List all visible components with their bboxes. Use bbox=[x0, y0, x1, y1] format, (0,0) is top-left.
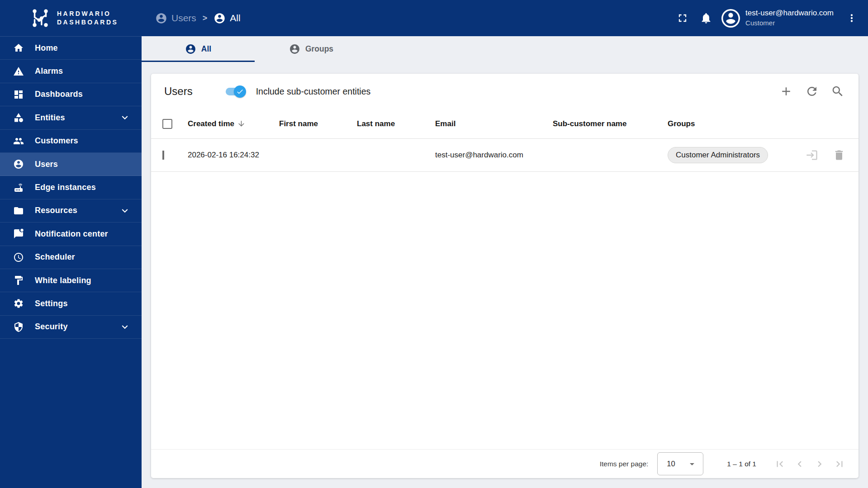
page-size-value: 10 bbox=[667, 460, 675, 468]
chevron-down-icon bbox=[119, 205, 131, 217]
sidebar-item-notification-center[interactable]: Notification center bbox=[0, 223, 142, 246]
items-per-page-label: Items per page: bbox=[600, 460, 649, 468]
account-icon bbox=[213, 12, 226, 24]
dropdown-arrow-icon bbox=[687, 459, 697, 469]
breadcrumb: Users > All bbox=[155, 12, 241, 24]
account-icon bbox=[289, 43, 300, 55]
group-chip[interactable]: Customer Administrators bbox=[668, 147, 768, 163]
chevron-down-icon bbox=[119, 321, 131, 333]
login-as-user-button[interactable] bbox=[802, 146, 821, 165]
last-page-icon bbox=[834, 458, 845, 470]
shapes-icon bbox=[13, 112, 24, 123]
sidebar-item-resources[interactable]: Resources bbox=[0, 199, 142, 223]
sidebar-item-users[interactable]: Users bbox=[0, 153, 142, 176]
previous-page-button[interactable] bbox=[790, 454, 810, 474]
plus-icon bbox=[779, 85, 793, 98]
avatar[interactable] bbox=[721, 9, 740, 28]
chevron-right-icon bbox=[814, 458, 825, 470]
table-empty-space bbox=[151, 172, 859, 449]
page-title: Users bbox=[164, 85, 193, 98]
notifications-button[interactable] bbox=[694, 6, 718, 30]
paginator: Items per page: 10 1 – 1 of 1 bbox=[151, 449, 859, 478]
shield-icon bbox=[13, 322, 24, 332]
people-icon bbox=[13, 136, 24, 147]
login-icon bbox=[806, 149, 818, 161]
clock-icon bbox=[13, 252, 24, 263]
refresh-button[interactable] bbox=[799, 81, 825, 102]
cell-groups: Customer Administrators bbox=[668, 147, 791, 163]
refresh-icon bbox=[805, 85, 819, 98]
column-header-created-time[interactable]: Created time bbox=[188, 119, 279, 128]
sidebar-item-customers[interactable]: Customers bbox=[0, 130, 142, 153]
account-icon bbox=[185, 43, 196, 55]
sidebar-item-edge-instances[interactable]: Edge instances bbox=[0, 176, 142, 199]
tab-groups[interactable]: Groups bbox=[255, 36, 368, 62]
sidebar-item-white-labeling[interactable]: White labeling bbox=[0, 269, 142, 292]
row-checkbox[interactable] bbox=[162, 151, 164, 160]
column-header-last-name[interactable]: Last name bbox=[357, 119, 435, 128]
table-header-row: Created time First name Last name Email … bbox=[151, 109, 859, 139]
account-role: Customer bbox=[745, 19, 834, 28]
cell-email: test-user@hardwario.com bbox=[435, 151, 553, 160]
sidebar: Home Alarms Dashboards Entities Customer… bbox=[0, 36, 142, 488]
hardwario-logo-icon bbox=[30, 8, 51, 28]
add-user-button[interactable] bbox=[773, 81, 799, 102]
column-header-sub-customer-name[interactable]: Sub-customer name bbox=[553, 119, 668, 128]
card-toolbar bbox=[773, 81, 850, 102]
cell-created-time: 2026-02-16 16:24:32 bbox=[188, 151, 279, 160]
breadcrumb-item-all[interactable]: All bbox=[213, 12, 240, 24]
table-row[interactable]: 2026-02-16 16:24:32 test-user@hardwario.… bbox=[151, 139, 859, 172]
more-menu-button[interactable] bbox=[840, 6, 863, 30]
card-header: Users Include sub-customer entities bbox=[151, 74, 859, 109]
home-icon bbox=[13, 43, 24, 53]
sidebar-item-scheduler[interactable]: Scheduler bbox=[0, 246, 142, 269]
sidebar-item-entities[interactable]: Entities bbox=[0, 106, 142, 129]
check-icon bbox=[236, 88, 244, 95]
toggle-thumb bbox=[234, 85, 246, 98]
main-content: All Groups Users Include sub-customer en… bbox=[142, 36, 868, 488]
account-email: test-user@hardwario.com bbox=[745, 8, 834, 19]
select-all-checkbox[interactable] bbox=[162, 119, 172, 129]
search-button[interactable] bbox=[825, 81, 850, 102]
last-page-button[interactable] bbox=[830, 454, 849, 474]
breadcrumb-separator: > bbox=[203, 14, 208, 23]
sidebar-item-settings[interactable]: Settings bbox=[0, 292, 142, 315]
toggle-label: Include sub-customer entities bbox=[256, 86, 371, 97]
brand-logo[interactable]: HARDWARIODASHBOARDS bbox=[30, 8, 135, 28]
table-body: 2026-02-16 16:24:32 test-user@hardwario.… bbox=[151, 139, 859, 172]
first-page-icon bbox=[774, 458, 786, 470]
sidebar-item-dashboards[interactable]: Dashboards bbox=[0, 83, 142, 106]
next-page-button[interactable] bbox=[810, 454, 830, 474]
column-header-email[interactable]: Email bbox=[435, 119, 553, 128]
chat-dot-icon bbox=[13, 228, 24, 239]
search-icon bbox=[831, 85, 844, 98]
include-sub-customer-toggle[interactable]: Include sub-customer entities bbox=[226, 86, 371, 97]
chevron-left-icon bbox=[794, 458, 806, 470]
page-range-label: 1 – 1 of 1 bbox=[727, 460, 756, 468]
tab-bar: All Groups bbox=[142, 36, 868, 62]
account-icon bbox=[13, 159, 24, 170]
bell-icon bbox=[700, 12, 712, 24]
account-info: test-user@hardwario.com Customer bbox=[745, 8, 834, 28]
person-icon bbox=[721, 9, 740, 28]
folder-icon bbox=[13, 205, 24, 216]
sidebar-item-home[interactable]: Home bbox=[0, 37, 142, 60]
account-icon bbox=[155, 12, 167, 24]
tab-all[interactable]: All bbox=[142, 36, 255, 62]
warning-icon bbox=[13, 66, 24, 77]
delete-user-button[interactable] bbox=[830, 146, 849, 165]
column-header-first-name[interactable]: First name bbox=[279, 119, 357, 128]
first-page-button[interactable] bbox=[770, 454, 790, 474]
breadcrumb-item-users[interactable]: Users bbox=[155, 12, 196, 24]
sidebar-item-alarms[interactable]: Alarms bbox=[0, 60, 142, 83]
select-all-cell bbox=[151, 119, 188, 129]
page-size-select[interactable]: 10 bbox=[657, 452, 703, 475]
sidebar-item-security[interactable]: Security bbox=[0, 316, 142, 339]
toggle-track[interactable] bbox=[226, 88, 245, 95]
dashboards-icon bbox=[13, 89, 24, 100]
sort-desc-arrow-icon[interactable] bbox=[237, 119, 246, 128]
fullscreen-button[interactable] bbox=[671, 6, 694, 30]
brand-name: HARDWARIODASHBOARDS bbox=[57, 9, 118, 27]
column-header-groups[interactable]: Groups bbox=[668, 119, 791, 128]
gear-icon bbox=[13, 298, 24, 309]
